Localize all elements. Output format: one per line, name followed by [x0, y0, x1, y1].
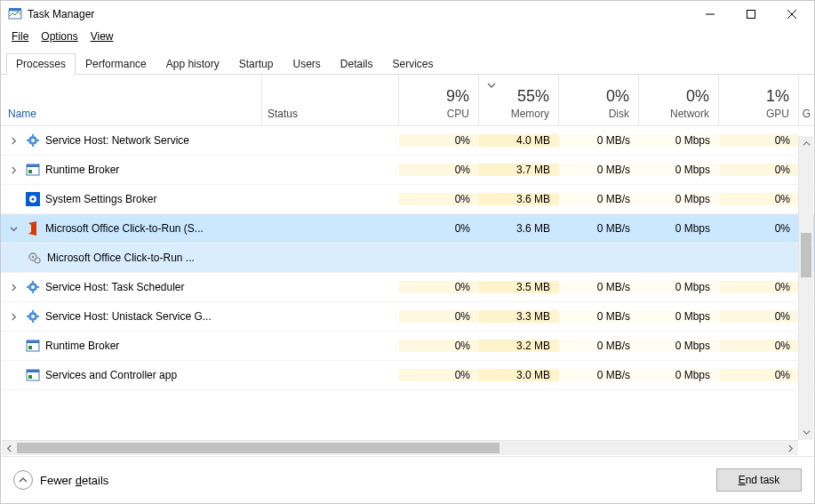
process-name-label: Microsoft Office Click-to-Run (S... — [45, 222, 204, 235]
scroll-right-icon[interactable] — [783, 441, 798, 455]
process-name-cell[interactable]: Service Host: Task Scheduler — [1, 280, 262, 294]
process-name-cell[interactable]: Service Host: Unistack Service G... — [1, 309, 262, 324]
mem-cell: 3.6 MB — [479, 222, 559, 235]
svg-point-25 — [31, 285, 35, 289]
gpu-cell: 0% — [719, 222, 799, 235]
close-button[interactable] — [771, 1, 812, 28]
net-cell: 0 Mbps — [639, 281, 719, 293]
net-cell: 0 Mbps — [639, 310, 719, 323]
menu-view[interactable]: View — [85, 28, 119, 44]
vertical-scrollbar[interactable] — [798, 136, 813, 440]
end-task-button[interactable]: End task — [716, 468, 802, 492]
svg-rect-3 — [747, 11, 755, 19]
gpu-cell: 0% — [719, 134, 799, 147]
tab-app-history[interactable]: App history — [156, 53, 229, 75]
mem-cell: 3.7 MB — [479, 164, 559, 176]
vscroll-track[interactable] — [799, 151, 813, 425]
table-row[interactable]: Microsoft Office Click-to-Run (S...0%3.6… — [1, 214, 814, 244]
maximize-button[interactable] — [731, 1, 771, 28]
table-row[interactable]: Services and Controller app0%3.0 MB0 MB/… — [1, 361, 814, 390]
gpu-cell: 0% — [719, 164, 799, 176]
menubar: File Options View — [1, 28, 814, 45]
table-row[interactable]: Microsoft Office Click-to-Run ... — [1, 244, 814, 273]
table-row[interactable]: Service Host: Network Service0%4.0 MB0 M… — [1, 126, 814, 156]
process-name-cell[interactable]: Service Host: Network Service — [1, 133, 262, 148]
scroll-up-icon[interactable] — [799, 136, 813, 151]
fewer-details-button[interactable]: Fewer details — [13, 470, 108, 490]
table-row[interactable]: System Settings Broker0%3.6 MB0 MB/s0 Mb… — [1, 185, 814, 214]
net-cell: 0 Mbps — [639, 369, 719, 381]
process-name-cell[interactable]: Runtime Broker — [1, 163, 262, 177]
net-cell: 0 Mbps — [639, 222, 719, 235]
minimize-button[interactable] — [690, 1, 731, 28]
chevron-down-icon[interactable] — [6, 221, 20, 236]
net-cell: 0 Mbps — [639, 340, 719, 352]
chevron-right-icon[interactable] — [6, 163, 20, 177]
svg-point-8 — [31, 139, 35, 142]
office-icon — [26, 221, 40, 236]
gear-blue-icon — [26, 309, 40, 324]
process-name-cell[interactable]: Microsoft Office Click-to-Run (S... — [1, 221, 262, 236]
vscroll-thumb[interactable] — [801, 233, 811, 277]
column-header-name[interactable]: Name — [1, 75, 262, 125]
process-name-cell[interactable]: Microsoft Office Click-to-Run ... — [1, 251, 262, 265]
gpu-cell: 0% — [719, 310, 799, 323]
process-name-cell[interactable]: Services and Controller app — [1, 368, 262, 382]
scroll-left-icon[interactable] — [2, 441, 17, 455]
scroll-down-icon[interactable] — [799, 425, 813, 440]
hscroll-thumb[interactable] — [17, 443, 499, 453]
process-name-label: Services and Controller app — [45, 369, 177, 381]
table-row[interactable]: Service Host: Unistack Service G...0%3.3… — [1, 302, 814, 332]
column-header-overflow[interactable]: G — [799, 75, 811, 125]
sort-caret-icon — [487, 80, 496, 92]
cpu-cell: 0% — [399, 222, 479, 235]
svg-rect-38 — [27, 340, 39, 343]
cpu-cell: 0% — [399, 134, 479, 147]
column-header-cpu[interactable]: 9%CPU — [399, 75, 479, 125]
net-cell: 0 Mbps — [639, 193, 719, 205]
cpu-cell: 0% — [399, 281, 479, 293]
table-row[interactable]: Runtime Broker0%3.7 MB0 MB/s0 Mbps0% — [1, 156, 814, 185]
svg-point-32 — [31, 315, 35, 318]
cpu-cell: 0% — [399, 193, 479, 205]
column-header-row: Name Status 9%CPU 55%Memory 0%Disk 0%Net… — [1, 75, 814, 126]
tab-processes[interactable]: Processes — [6, 53, 76, 75]
gear-solid-blue-icon — [26, 192, 40, 206]
svg-rect-14 — [27, 164, 39, 167]
process-name-label: System Settings Broker — [45, 193, 156, 205]
mem-cell: 3.6 MB — [479, 193, 559, 205]
tab-performance[interactable]: Performance — [76, 53, 156, 75]
tab-services[interactable]: Services — [383, 53, 443, 75]
chevron-right-icon[interactable] — [6, 309, 20, 324]
app-icon — [8, 7, 22, 21]
table-row[interactable]: Runtime Broker0%3.2 MB0 MB/s0 Mbps0% — [1, 332, 814, 361]
tab-startup[interactable]: Startup — [229, 53, 284, 75]
window-title: Task Manager — [28, 8, 94, 20]
svg-rect-15 — [28, 170, 32, 173]
horizontal-scrollbar[interactable] — [2, 440, 798, 455]
chevron-right-icon[interactable] — [6, 280, 20, 294]
process-name-cell[interactable]: System Settings Broker — [1, 192, 262, 206]
column-header-gpu[interactable]: 1%GPU — [719, 75, 799, 125]
mem-cell: 4.0 MB — [479, 134, 559, 147]
mem-cell: 3.5 MB — [479, 281, 559, 293]
column-header-disk[interactable]: 0%Disk — [559, 75, 639, 125]
gpu-cell: 0% — [719, 369, 799, 381]
hscroll-track[interactable] — [17, 441, 783, 455]
column-header-network[interactable]: 0%Network — [639, 75, 719, 125]
net-cell: 0 Mbps — [639, 164, 719, 176]
tab-details[interactable]: Details — [331, 53, 383, 75]
process-name-label: Runtime Broker — [45, 164, 119, 176]
tab-users[interactable]: Users — [283, 53, 330, 75]
cpu-cell: 0% — [399, 340, 479, 352]
process-rows: Service Host: Network Service0%4.0 MB0 M… — [1, 126, 814, 390]
menu-file[interactable]: File — [6, 28, 34, 44]
column-header-status[interactable]: Status — [262, 75, 399, 125]
chevron-right-icon[interactable] — [6, 133, 20, 148]
svg-rect-1 — [9, 8, 21, 11]
process-name-cell[interactable]: Runtime Broker — [1, 339, 262, 353]
gear-blue-icon — [26, 133, 40, 148]
menu-options[interactable]: Options — [36, 28, 83, 44]
window-green-icon — [26, 368, 40, 382]
table-row[interactable]: Service Host: Task Scheduler0%3.5 MB0 MB… — [1, 273, 814, 302]
